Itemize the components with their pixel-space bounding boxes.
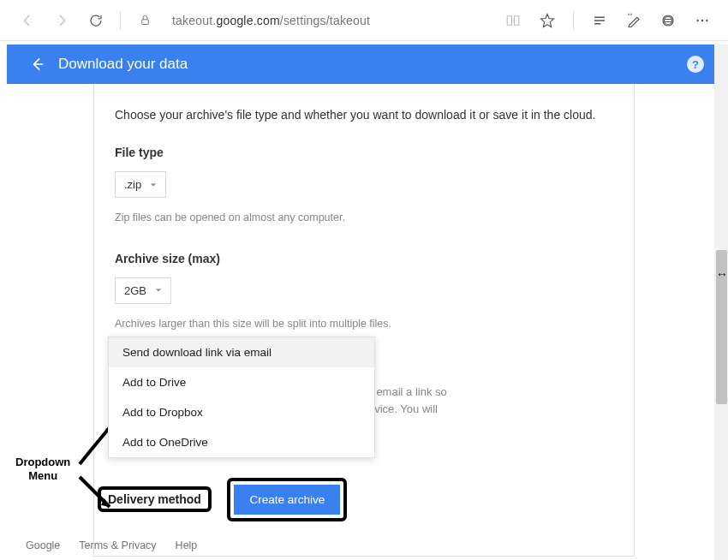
file-type-hint: Zip files can be opened on almost any co… <box>115 210 397 226</box>
archive-size-hint: Archives larger than this size will be s… <box>115 316 397 332</box>
content-area: Download your data ? Choose your archive… <box>0 45 728 560</box>
file-type-value: .zip <box>124 178 141 191</box>
file-type-section: File type .zip Zip files can be opened o… <box>94 146 634 226</box>
more-icon[interactable] <box>690 9 714 33</box>
annotation-arrow-2 <box>75 473 118 515</box>
back-button[interactable] <box>14 7 41 34</box>
divider <box>120 11 121 30</box>
create-archive-button[interactable]: Create archive <box>234 485 340 515</box>
caret-down-icon <box>150 182 157 188</box>
svg-point-3 <box>701 19 703 21</box>
caret-down-icon <box>155 287 162 294</box>
browser-toolbar: takeout.google.com/settings/takeout <box>0 0 728 41</box>
footer: Google Terms & Privacy Help <box>0 527 714 560</box>
dropdown-item-drive[interactable]: Add to Drive <box>109 367 374 397</box>
archive-size-value: 2GB <box>124 284 146 297</box>
archive-size-select[interactable]: 2GB <box>115 277 171 304</box>
annotation-box-button: Create archive <box>227 478 347 521</box>
file-type-label: File type <box>115 146 613 159</box>
svg-point-2 <box>697 19 699 21</box>
delivery-method-dropdown: Send download link via email Add to Driv… <box>108 337 375 458</box>
reading-view-icon[interactable] <box>501 9 525 33</box>
url-bar[interactable]: takeout.google.com/settings/takeout <box>165 14 494 27</box>
page-header: Download your data ? <box>7 45 721 84</box>
favorite-icon[interactable] <box>535 9 559 33</box>
intro-text: Choose your archive's file type and whet… <box>94 108 634 122</box>
dropdown-item-dropbox[interactable]: Add to Dropbox <box>109 397 374 427</box>
delivery-hint-partial: ll email a link so evice. You will <box>368 384 447 417</box>
share-icon[interactable] <box>656 9 680 33</box>
delivery-method-label: Delivery method <box>108 492 201 506</box>
dropdown-item-email[interactable]: Send download link via email <box>109 337 374 367</box>
url-text: takeout.google.com/settings/takeout <box>172 14 370 27</box>
annotation-label: DropdownMenu <box>15 456 70 482</box>
footer-link-help[interactable]: Help <box>176 539 198 551</box>
divider <box>573 11 574 30</box>
archive-size-label: Archive size (max) <box>115 252 613 265</box>
dropdown-item-onedrive[interactable]: Add to OneDrive <box>109 427 374 457</box>
footer-link-google[interactable]: Google <box>26 539 60 551</box>
resize-handle-icon: ↔ <box>716 267 728 281</box>
notes-icon[interactable] <box>622 9 646 33</box>
archive-size-section: Archive size (max) 2GB Archives larger t… <box>94 252 634 332</box>
refresh-button[interactable] <box>82 7 110 34</box>
settings-card: Choose your archive's file type and whet… <box>93 84 635 557</box>
page-title: Download your data <box>58 56 188 73</box>
forward-button[interactable] <box>48 7 75 34</box>
lock-icon <box>131 7 158 34</box>
scrollbar-track[interactable] <box>714 45 728 560</box>
footer-link-terms[interactable]: Terms & Privacy <box>79 539 156 551</box>
toolbar-right <box>501 9 714 33</box>
svg-rect-0 <box>141 20 148 25</box>
svg-point-4 <box>706 19 707 21</box>
reading-list-icon[interactable] <box>588 9 612 33</box>
header-back-button[interactable] <box>27 56 45 73</box>
file-type-select[interactable]: .zip <box>115 171 166 198</box>
help-button[interactable]: ? <box>687 56 704 73</box>
